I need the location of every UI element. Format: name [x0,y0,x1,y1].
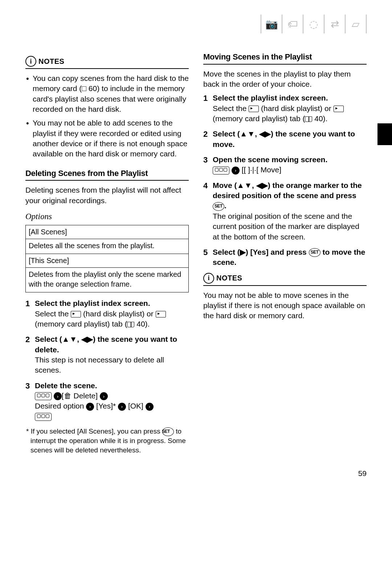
note-item: You may not be able to add scenes to the… [25,118,189,159]
option-body: Deletes all the scenes from the playlist… [26,239,188,254]
tag-icon: 🏷 [282,15,303,33]
option-head: [This Scene] [26,254,188,268]
navigate-icon: › [54,392,62,400]
step-item: Select the playlist index screen. Select… [203,93,367,124]
step-body: The original position of the scene and t… [213,211,367,242]
options-table: [All Scenes] Deletes all the scenes from… [25,225,189,292]
step-head: Move (▲▼, ◀▶) the orange marker to the d… [213,180,367,211]
set-button-icon: SET [309,248,320,257]
step-item: Select (▲▼, ◀▶) the scene you want to mo… [203,129,367,149]
notes-label: NOTES [216,273,242,283]
right-column: Moving Scenes in the Playlist Move the s… [203,52,367,455]
info-icon: i [25,56,36,67]
func-button-icon [35,392,52,400]
step-head: Select the playlist index screen. [35,298,189,308]
card-playlist-icon [334,106,344,112]
disc-icon: ◌ [303,15,324,33]
navigate-icon: › [118,403,126,411]
step-body: Select the (hard disk playlist) or (memo… [35,309,189,329]
options-heading: Options [25,211,189,222]
step-head: Select (▲▼, ◀▶) the scene you want to mo… [213,129,367,149]
navigate-icon: › [232,167,240,175]
section-intro: Move the scenes in the playlist to play … [203,69,367,90]
hdd-playlist-icon [71,311,81,317]
step-body: ›[🗑 Delete] › Desired option › [Yes]* › … [35,391,189,422]
delete-steps: Select the playlist index screen. Select… [25,298,189,422]
notes-header: i NOTES [25,56,189,69]
card-playlist-icon [156,311,166,317]
page-ref-icon [127,322,134,327]
trash-icon: 🗑 [64,391,72,400]
navigate-icon: › [146,403,154,411]
page-thumb-tab [377,123,392,145]
option-head: [All Scenes] [26,225,188,239]
book-icon: ▱ [345,15,367,33]
navigate-icon: › [100,392,108,400]
step-item: Move (▲▼, ◀▶) the orange marker to the d… [203,180,367,242]
set-button-icon: SET [213,202,224,211]
step-item: Open the scene moving screen. › [[ ]·|·[… [203,155,367,175]
move-steps: Select the playlist index screen. Select… [203,93,367,267]
hdd-playlist-icon [249,106,259,112]
section-title-moving: Moving Scenes in the Playlist [203,52,367,65]
set-button-icon: SET [162,427,174,436]
step-head: Select (▲▼, ◀▶) the scene you want to de… [35,334,189,355]
step-head: Open the scene moving screen. [213,155,367,165]
section-intro: Deleting scenes from the playlist will n… [25,185,189,206]
step-item: Select (▶) [Yes] and press SET to move t… [203,247,367,268]
step-head: Delete the scene. [35,381,189,391]
page-ref-icon [305,116,312,122]
navigate-icon: › [86,403,94,411]
info-icon: i [203,273,214,284]
page-number: 59 [25,469,367,478]
step-item: Delete the scene. ›[🗑 Delete] › Desired … [25,381,189,422]
step-item: Select the playlist index screen. Select… [25,298,189,329]
step-body: › [[ ]·|·[ Move] [213,165,367,175]
left-column: i NOTES You can copy scenes from the har… [25,52,189,455]
step-body: This step is not necessary to delete all… [35,355,189,376]
content-columns: i NOTES You can copy scenes from the har… [25,52,367,455]
manual-page: 📷 🏷 ◌ ⇄ ▱ i NOTES You can copy scenes fr… [0,0,392,500]
notes-header: i NOTES [203,273,367,286]
step-item: Select (▲▼, ◀▶) the scene you want to de… [25,334,189,375]
notes-text: You may not be able to move scenes in th… [203,290,367,321]
header-mode-icons: 📷 🏷 ◌ ⇄ ▱ [25,15,367,33]
step-head: Select (▶) [Yes] and press SET to move t… [213,247,367,268]
transfer-icon: ⇄ [324,15,345,33]
section-title-deleting: Deleting Scenes from the Playlist [25,168,189,181]
move-icon: [ ]·|·[ [244,165,258,174]
notes-list: You can copy scenes from the hard disk t… [25,73,189,159]
option-body: Deletes from the playlist only the scene… [26,268,188,292]
notes-label: NOTES [38,57,64,66]
step-head: Select the playlist index screen. [213,93,367,103]
note-item: You can copy scenes from the hard disk t… [25,73,189,114]
step-body: Select the (hard disk playlist) or (memo… [213,103,367,124]
footnote: * If you selected [All Scenes], you can … [25,427,189,455]
func-button-icon [35,413,52,421]
func-button-icon [213,167,229,175]
camera-icon: 📷 [261,15,282,33]
